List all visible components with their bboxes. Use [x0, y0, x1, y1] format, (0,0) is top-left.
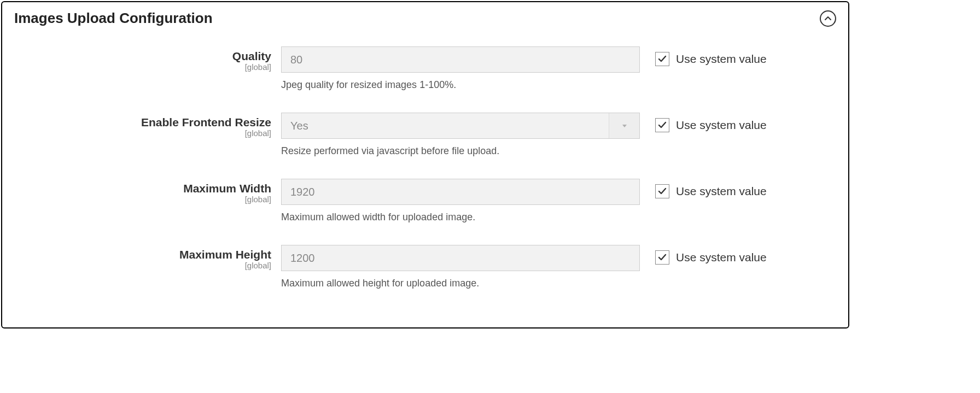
input-col: Maximum allowed height for uploaded imag…	[281, 245, 640, 301]
max-height-scope: [global]	[13, 261, 271, 270]
quality-system-col: Use system value	[640, 46, 767, 66]
select-caret	[609, 113, 639, 138]
max-height-use-system-checkbox[interactable]	[655, 250, 669, 265]
frontend-resize-hint: Resize performed via javascript before f…	[281, 145, 640, 157]
max-width-label: Maximum Width	[13, 182, 271, 195]
frontend-resize-system-col: Use system value	[640, 113, 767, 132]
quality-use-system-checkbox[interactable]	[655, 52, 669, 66]
frontend-resize-value: Yes	[282, 120, 609, 132]
max-width-hint: Maximum allowed width for uploaded image…	[281, 212, 640, 223]
field-frontend-resize: Enable Frontend Resize [global] Yes Resi…	[13, 113, 837, 169]
max-height-hint: Maximum allowed height for uploaded imag…	[281, 278, 640, 289]
caret-down-icon	[621, 122, 628, 130]
quality-label: Quality	[13, 50, 271, 62]
quality-scope: [global]	[13, 62, 271, 72]
check-icon	[657, 54, 667, 64]
max-width-system-col: Use system value	[640, 179, 767, 198]
frontend-resize-scope: [global]	[13, 128, 271, 138]
label-col: Maximum Width [global]	[13, 179, 281, 204]
max-width-use-system-label: Use system value	[676, 185, 767, 198]
collapse-toggle[interactable]	[820, 10, 836, 27]
panel-title: Images Upload Configuration	[14, 10, 213, 27]
label-col: Maximum Height [global]	[13, 245, 281, 270]
quality-hint: Jpeg quality for resized images 1-100%.	[281, 79, 640, 91]
check-icon	[657, 120, 667, 130]
chevron-up-icon	[824, 15, 832, 22]
fields-container: Quality [global] Jpeg quality for resize…	[2, 30, 848, 301]
max-height-system-col: Use system value	[640, 245, 767, 265]
input-col: Yes Resize performed via javascript befo…	[281, 113, 640, 169]
field-quality: Quality [global] Jpeg quality for resize…	[13, 46, 837, 103]
input-col: Maximum allowed width for uploaded image…	[281, 179, 640, 235]
max-width-input[interactable]	[281, 179, 640, 205]
input-col: Jpeg quality for resized images 1-100%.	[281, 46, 640, 103]
field-max-width: Maximum Width [global] Maximum allowed w…	[13, 179, 837, 235]
check-icon	[657, 253, 667, 262]
frontend-resize-use-system-checkbox[interactable]	[655, 118, 669, 132]
quality-use-system-label: Use system value	[676, 52, 767, 66]
max-height-input[interactable]	[281, 245, 640, 271]
check-icon	[657, 186, 667, 196]
field-max-height: Maximum Height [global] Maximum allowed …	[13, 245, 837, 301]
frontend-resize-label: Enable Frontend Resize	[13, 116, 271, 128]
frontend-resize-select[interactable]: Yes	[281, 113, 640, 139]
label-col: Enable Frontend Resize [global]	[13, 113, 281, 138]
max-height-use-system-label: Use system value	[676, 251, 767, 264]
max-width-use-system-checkbox[interactable]	[655, 184, 669, 198]
panel-header: Images Upload Configuration	[2, 2, 848, 30]
max-width-scope: [global]	[13, 195, 271, 204]
frontend-resize-use-system-label: Use system value	[676, 119, 767, 132]
svg-marker-0	[622, 125, 627, 127]
quality-input[interactable]	[281, 46, 640, 73]
images-upload-configuration-panel: Images Upload Configuration Quality [glo…	[1, 1, 849, 329]
label-col: Quality [global]	[13, 46, 281, 72]
max-height-label: Maximum Height	[13, 248, 271, 261]
